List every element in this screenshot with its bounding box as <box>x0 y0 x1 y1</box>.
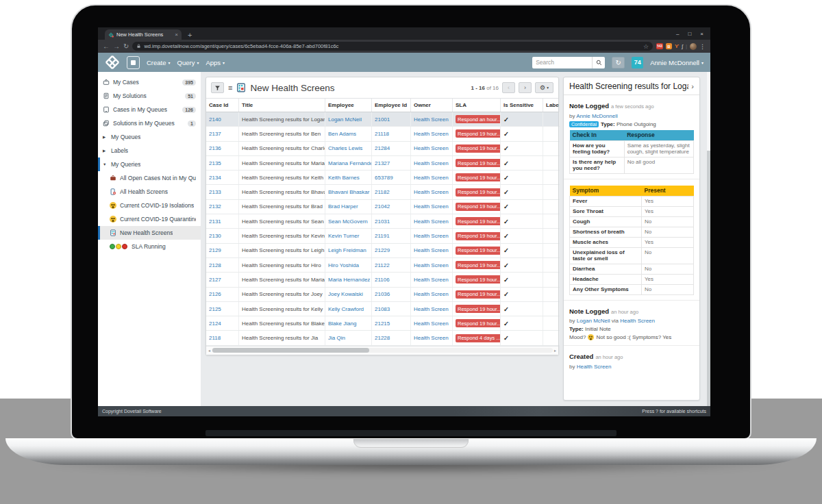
owner-link[interactable]: Health Screen <box>414 116 449 123</box>
filter-button[interactable] <box>211 82 224 93</box>
table-row[interactable]: 2133Health Screening results for Bhavani… <box>206 185 558 199</box>
case-id-link[interactable]: 2129 <box>209 247 221 253</box>
table-row[interactable]: 2131Health Screening results for SeanSea… <box>206 214 558 229</box>
case-id-link[interactable]: 2130 <box>209 233 221 239</box>
extension-y-icon[interactable]: ϒ <box>675 43 679 49</box>
prev-page-button[interactable]: ‹ <box>502 82 515 93</box>
employee-link[interactable]: Ben Adams <box>328 131 356 137</box>
menu-create[interactable]: Create ▾ <box>147 59 171 66</box>
expand-arrow-icon[interactable]: ▶ <box>103 135 108 139</box>
employee-link[interactable]: Jia Qin <box>328 335 345 341</box>
vertical-scrollbar[interactable] <box>707 72 710 406</box>
detail-header[interactable]: Health Screening results for Logan › <box>564 77 699 95</box>
extension-f-icon[interactable]: ʃ <box>682 43 683 49</box>
search-input[interactable]: Search <box>532 57 605 68</box>
employee-link[interactable]: Maria Hernandez <box>328 277 370 283</box>
employee-link[interactable]: Brad Harper <box>328 203 358 210</box>
case-id-link[interactable]: 2132 <box>209 203 221 210</box>
bookmark-star-icon[interactable]: ☆ <box>643 43 649 50</box>
table-row[interactable]: 2129Health Screening results for LeighLe… <box>206 244 558 258</box>
employee-id-link[interactable]: 21042 <box>375 203 390 210</box>
scrollbar-track[interactable] <box>212 348 553 353</box>
case-id-link[interactable]: 2137 <box>209 131 221 137</box>
workspace-button[interactable] <box>127 56 140 69</box>
column-header[interactable]: SLA <box>453 99 501 112</box>
employee-id-link[interactable]: 21215 <box>375 320 390 327</box>
window-maximize-button[interactable]: □ <box>688 31 691 37</box>
menu-apps[interactable]: Apps ▾ <box>206 59 225 66</box>
employee-link[interactable]: Logan McNeil <box>328 116 362 123</box>
owner-link[interactable]: Health Screen <box>414 306 449 312</box>
sidebar-query-all-open-cases[interactable]: All Open Cases Not in My Queue <box>98 171 201 185</box>
employee-id-link[interactable]: 21001 <box>375 116 390 123</box>
owner-link[interactable]: Health Screen <box>414 291 449 297</box>
employee-id-link[interactable]: 653789 <box>375 175 393 181</box>
owner-link[interactable]: Health Screen <box>414 189 449 195</box>
table-row[interactable]: 2118Health Screening results for JiaJia … <box>206 331 558 345</box>
sidebar-item-labels[interactable]: ▶ Labels <box>98 144 201 158</box>
collapse-arrow-icon[interactable]: ▼ <box>103 162 108 166</box>
history-button[interactable]: ↻ <box>612 57 625 68</box>
table-row[interactable]: 2130Health Screening results for KevinKe… <box>206 229 558 243</box>
column-header[interactable]: Owner <box>411 99 453 112</box>
chevron-right-icon[interactable]: › <box>691 82 694 90</box>
case-id-link[interactable]: 2124 <box>209 320 221 327</box>
user-menu[interactable]: Annie McDonnell ▾ <box>650 59 703 66</box>
column-header[interactable]: Employee Id <box>372 99 411 112</box>
owner-link[interactable]: Health Screen <box>414 320 449 327</box>
search-button[interactable] <box>592 57 605 68</box>
case-id-link[interactable]: 2125 <box>209 306 221 312</box>
table-row[interactable]: 2136Health Screening results for Charles… <box>206 142 558 156</box>
scrollbar-thumb[interactable] <box>707 72 710 151</box>
channel-link[interactable]: Health Screen <box>620 318 655 324</box>
owner-link[interactable]: Health Screen <box>414 175 449 181</box>
sidebar-item-my-queues[interactable]: ▶ My Queues <box>98 130 201 144</box>
owner-link[interactable]: Health Screen <box>414 203 449 210</box>
employee-id-link[interactable]: 21106 <box>375 277 390 283</box>
employee-id-link[interactable]: 21122 <box>375 262 390 268</box>
owner-link[interactable]: Health Screen <box>414 247 449 253</box>
table-row[interactable]: 2125Health Screening results for KellyKe… <box>206 302 558 316</box>
employee-id-link[interactable]: 21118 <box>375 131 389 137</box>
table-row[interactable]: 2128Health Screening results for HiroHir… <box>206 258 558 273</box>
employee-link[interactable]: Mariana Fernández <box>328 160 372 166</box>
extension-b-icon[interactable]: B <box>666 43 672 49</box>
list-menu-icon[interactable]: ≡ <box>228 84 232 92</box>
case-id-link[interactable]: 2135 <box>209 160 221 166</box>
employee-id-link[interactable]: 21182 <box>375 189 390 195</box>
table-row[interactable]: 2127Health Screening results for MariaMa… <box>206 273 558 287</box>
sidebar-item-solutions-in-my-queues[interactable]: Solutions in My Queues 1 <box>98 116 201 130</box>
case-id-link[interactable]: 2133 <box>209 189 221 195</box>
employee-id-link[interactable]: 21228 <box>375 335 390 341</box>
case-id-link[interactable]: 2131 <box>209 218 221 225</box>
sidebar-item-my-solutions[interactable]: My Solutions 51 <box>98 89 201 103</box>
employee-link[interactable]: Keith Barnes <box>328 175 360 181</box>
table-row[interactable]: 2132Health Screening results for BradBra… <box>206 200 558 214</box>
owner-link[interactable]: Health Screen <box>414 145 449 151</box>
author-link[interactable]: Annie McDonnell <box>576 113 617 119</box>
case-id-link[interactable]: 2136 <box>209 145 221 151</box>
menu-query[interactable]: Query ▾ <box>177 59 199 66</box>
employee-link[interactable]: Kevin Turner <box>328 233 359 239</box>
scrollbar-thumb[interactable] <box>212 348 369 353</box>
owner-link[interactable]: Health Screen <box>414 277 449 283</box>
owner-link[interactable]: Health Screen <box>414 131 449 137</box>
column-header[interactable]: Is Sensitive <box>501 99 543 112</box>
owner-link[interactable]: Health Screen <box>414 262 449 268</box>
case-id-link[interactable]: 2134 <box>209 175 221 181</box>
expand-arrow-icon[interactable]: ▶ <box>103 149 108 153</box>
scroll-left-icon[interactable]: ◂ <box>208 348 210 353</box>
address-bar[interactable]: wd.imp.dovetailnow.com/agent/query/cases… <box>132 42 653 51</box>
column-header[interactable]: Employee <box>325 99 372 112</box>
sidebar-query-all-health-screens[interactable]: All Health Screens <box>98 185 201 199</box>
scroll-right-icon[interactable]: ▸ <box>554 348 556 353</box>
case-id-link[interactable]: 2127 <box>209 277 221 283</box>
author-link[interactable]: Health Screen <box>577 364 612 370</box>
employee-link[interactable]: Kelly Crawford <box>328 306 364 312</box>
column-header[interactable]: Title <box>239 99 325 112</box>
employee-link[interactable]: Charles Lewis <box>328 145 362 151</box>
sidebar-item-my-cases[interactable]: My Cases 395 <box>98 75 201 89</box>
sidebar-query-covid-isolations[interactable]: Current COVID-19 Isolations <box>98 199 201 212</box>
case-id-link[interactable]: 2118 <box>209 335 221 341</box>
employee-link[interactable]: Hiro Yoshida <box>328 262 359 268</box>
